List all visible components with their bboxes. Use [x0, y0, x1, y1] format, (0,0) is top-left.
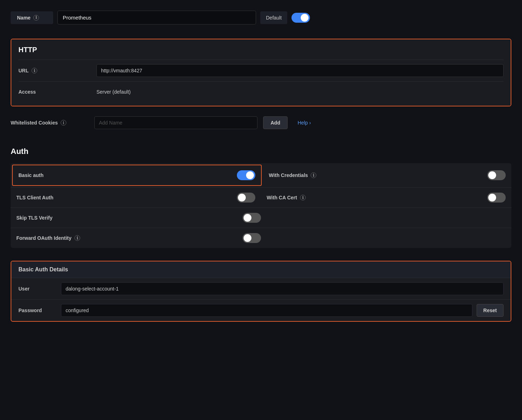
- http-section: HTTP URL ℹ Access Server (default): [11, 39, 511, 106]
- skip-tls-label: Skip TLS Verify: [16, 215, 243, 221]
- name-row: Name ℹ Default: [11, 7, 511, 28]
- with-ca-cert-row: With CA Cert ℹ: [261, 188, 511, 208]
- reset-button[interactable]: Reset: [477, 304, 504, 317]
- help-button[interactable]: Help ›: [293, 117, 315, 128]
- auth-row-1: Basic auth With Credentials ℹ: [11, 163, 511, 188]
- add-button[interactable]: Add: [263, 116, 288, 129]
- url-row: URL ℹ: [18, 60, 504, 81]
- access-row: Access Server (default): [18, 81, 504, 102]
- with-credentials-info-icon: ℹ: [311, 172, 316, 178]
- basic-auth-label: Basic auth: [18, 172, 237, 178]
- name-info-icon: ℹ: [33, 15, 39, 21]
- whitelisted-cookies-info-icon: ℹ: [61, 120, 66, 126]
- forward-oauth-row: Forward OAuth Identity ℹ: [11, 228, 267, 248]
- url-label: URL ℹ: [18, 68, 96, 73]
- auth-section-title: Auth: [11, 147, 511, 156]
- auth-row-4-right-empty: [267, 228, 511, 248]
- password-label: Password: [18, 308, 61, 313]
- password-row: Password Reset: [11, 300, 511, 321]
- auth-grid: Basic auth With Credentials ℹ: [11, 163, 511, 248]
- name-label-cell: Name ℹ: [11, 11, 53, 24]
- tls-client-auth-toggle[interactable]: [237, 193, 255, 203]
- access-label: Access: [18, 89, 96, 95]
- url-input[interactable]: [96, 64, 504, 77]
- with-credentials-toggle[interactable]: [487, 170, 506, 180]
- name-label-text: Name: [17, 15, 30, 21]
- forward-oauth-label: Forward OAuth Identity ℹ: [16, 235, 243, 241]
- default-toggle[interactable]: [291, 13, 310, 23]
- name-input[interactable]: [57, 11, 256, 24]
- with-ca-cert-info-icon: ℹ: [300, 195, 306, 200]
- user-row: User: [11, 278, 511, 300]
- with-credentials-row: With Credentials ℹ: [263, 163, 511, 187]
- with-credentials-label: With Credentials ℹ: [269, 172, 487, 178]
- auth-row-3-right-empty: [267, 208, 511, 228]
- whitelisted-cookies-input[interactable]: [94, 116, 257, 129]
- access-value: Server (default): [96, 86, 504, 98]
- auth-row-3: Skip TLS Verify: [11, 208, 511, 228]
- whitelisted-cookies-label: Whitelisted Cookies ℹ: [11, 120, 89, 126]
- chevron-right-icon: ›: [309, 120, 311, 126]
- tls-client-auth-row: TLS Client Auth: [11, 188, 261, 208]
- whitelisted-cookies-row: Whitelisted Cookies ℹ Add Help ›: [11, 115, 511, 136]
- with-ca-cert-label: With CA Cert ℹ: [267, 195, 487, 200]
- url-info-icon: ℹ: [32, 68, 37, 73]
- url-value: [96, 64, 504, 77]
- basic-auth-details-section: Basic Auth Details User Password Reset: [11, 261, 511, 322]
- skip-tls-toggle[interactable]: [243, 213, 261, 223]
- with-ca-cert-toggle[interactable]: [487, 193, 506, 203]
- user-input[interactable]: [61, 282, 504, 295]
- auth-row-2: TLS Client Auth With CA Cert ℹ: [11, 188, 511, 208]
- http-section-title: HTTP: [18, 46, 504, 54]
- forward-oauth-info-icon: ℹ: [74, 235, 80, 241]
- password-input[interactable]: [61, 304, 472, 317]
- default-label: Default: [260, 11, 287, 24]
- skip-tls-row: Skip TLS Verify: [11, 208, 267, 228]
- basic-auth-toggle[interactable]: [237, 170, 255, 180]
- user-label: User: [18, 286, 61, 292]
- basic-auth-details-header: Basic Auth Details: [11, 261, 511, 278]
- auth-section: Auth Basic auth With Credentials ℹ: [11, 147, 511, 248]
- auth-row-4: Forward OAuth Identity ℹ: [11, 228, 511, 248]
- basic-auth-row: Basic auth: [12, 165, 262, 186]
- forward-oauth-toggle[interactable]: [243, 233, 261, 243]
- http-section-bordered: HTTP URL ℹ Access Server (default): [11, 39, 511, 106]
- tls-client-auth-label: TLS Client Auth: [16, 195, 237, 200]
